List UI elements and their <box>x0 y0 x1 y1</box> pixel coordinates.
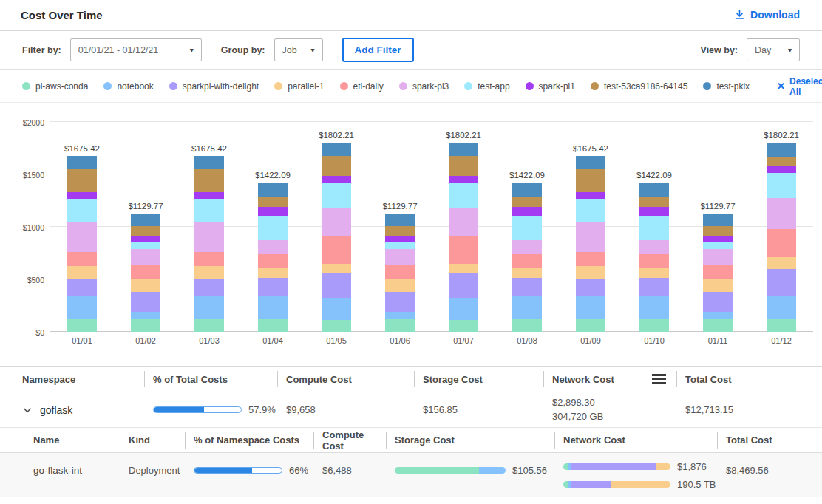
legend-label: spark-pi1 <box>539 81 575 92</box>
view-by-dropdown[interactable]: Day ▾ <box>747 38 800 61</box>
group-by-dropdown[interactable]: Job ▾ <box>274 38 323 61</box>
bar-segment-spark-pi3 <box>258 240 288 255</box>
table-row-go-flask-int[interactable]: go-flask-int Deployment 66% $6,488 $105.… <box>0 453 822 497</box>
legend-label: spark-pi3 <box>412 81 449 92</box>
chevron-down-icon[interactable] <box>22 405 33 415</box>
y-tick-label: $0 <box>4 328 44 337</box>
bar-segment-test-app <box>512 216 542 239</box>
legend-swatch-icon <box>399 82 407 90</box>
bar-segment-spark-pi3 <box>512 240 542 255</box>
bar-segment-parallel-1 <box>576 266 605 279</box>
bar-01/06[interactable]: $1129.77 <box>368 122 432 332</box>
minibar-segment <box>571 463 656 470</box>
x-tick-label: 01/09 <box>559 336 622 345</box>
bar-01/10[interactable]: $1422.09 <box>622 122 686 332</box>
col-namespace: Namespace <box>22 374 144 385</box>
legend-item-pi-aws-conda[interactable]: pi-aws-conda <box>22 81 88 92</box>
bar-total-label: $1422.09 <box>255 171 291 180</box>
legend-label: notebook <box>117 81 153 92</box>
bar-segment-test-53ca9186-64145 <box>194 169 224 192</box>
bar-01/03[interactable]: $1675.42 <box>177 122 241 332</box>
bar-segment-etl-daily <box>194 252 224 267</box>
bar-segment-sparkpi-with-delight <box>131 292 160 312</box>
legend-item-sparkpi-with-delight[interactable]: sparkpi-with-delight <box>169 81 259 92</box>
bar-segment-etl-daily <box>67 252 97 267</box>
bar-segment-spark-pi1 <box>767 166 796 173</box>
bar-segment-notebook <box>512 296 542 319</box>
date-range-dropdown[interactable]: 01/01/21 - 01/12/21 ▾ <box>70 38 202 61</box>
minibar-segment <box>395 467 479 474</box>
col-total: Total Cost <box>717 435 822 446</box>
bar-segment-test-pkix <box>385 214 415 226</box>
bar-segment-pi-aws-conda <box>703 319 733 332</box>
bar-segment-pi-aws-conda <box>767 319 796 332</box>
bar-01/04[interactable]: $1422.09 <box>241 122 305 332</box>
bar-01/05[interactable]: $1802.21 <box>305 122 368 332</box>
bar-segment-notebook <box>67 296 97 319</box>
x-tick-label: 01/08 <box>495 336 559 345</box>
legend-swatch-icon <box>526 82 534 90</box>
bar-total-label: $1422.09 <box>636 171 672 180</box>
bar-01/11[interactable]: $1129.77 <box>686 122 750 332</box>
bar-segment-test-pkix <box>639 183 669 197</box>
legend-label: test-53ca9186-64145 <box>604 81 687 92</box>
legend-swatch-icon <box>22 82 30 90</box>
total-cost-cell: $8,469.56 <box>717 453 822 476</box>
bar-01/02[interactable]: $1129.77 <box>114 122 177 332</box>
bar-01/07[interactable]: $1802.21 <box>432 122 495 332</box>
legend-item-parallel-1[interactable]: parallel-1 <box>274 81 324 92</box>
col-total: Total Cost <box>676 374 822 385</box>
table-row-goflask[interactable]: goflask 57.9% $9,658 $156.85 $2,898.30 3… <box>0 392 822 428</box>
download-label: Download <box>750 9 800 21</box>
bar-segment-sparkpi-with-delight <box>194 279 224 296</box>
col-network: Network Cost <box>543 374 676 385</box>
bar-01/01[interactable]: $1675.42 <box>50 122 114 332</box>
legend-swatch-icon <box>169 82 177 90</box>
bar-segment-test-53ca9186-64145 <box>703 226 733 237</box>
bar-segment-etl-daily <box>385 265 415 279</box>
legend-item-spark-pi3[interactable]: spark-pi3 <box>399 81 449 92</box>
bar-segment-test-53ca9186-64145 <box>385 226 415 237</box>
bar-01/08[interactable]: $1422.09 <box>495 122 559 332</box>
x-tick-label: 01/02 <box>114 336 177 345</box>
legend-item-test-53ca9186-64145[interactable]: test-53ca9186-64145 <box>591 81 687 92</box>
col-kind: Kind <box>120 435 185 446</box>
bar-segment-notebook <box>576 296 605 319</box>
bar-01/12[interactable]: $1802.21 <box>750 122 813 332</box>
y-tick-label: $500 <box>4 276 44 285</box>
add-filter-button[interactable]: Add Filter <box>342 38 414 62</box>
total-cost-cell: $12,713.15 <box>676 404 822 415</box>
deselect-all-button[interactable]: ✕ Deselect All <box>777 76 822 97</box>
workload-name: go-flask-int <box>33 453 120 476</box>
x-tick-label: 01/10 <box>622 336 686 345</box>
pct-total-value: 57.9% <box>248 404 276 415</box>
bar-segment-spark-pi1 <box>703 236 733 242</box>
legend-item-test-pkix[interactable]: test-pkix <box>703 81 750 92</box>
bar-segment-etl-daily <box>512 254 542 268</box>
bar-segment-test-53ca9186-64145 <box>67 169 97 192</box>
bar-01/09[interactable]: $1675.42 <box>559 122 622 332</box>
workload-kind: Deployment <box>120 453 185 476</box>
legend-item-test-app[interactable]: test-app <box>464 81 509 92</box>
legend-item-spark-pi1[interactable]: spark-pi1 <box>526 81 575 92</box>
title-bar: Cost Over Time Download <box>0 0 822 31</box>
bar-segment-pi-aws-conda <box>322 320 351 332</box>
legend-item-notebook[interactable]: notebook <box>103 81 153 92</box>
chevron-down-icon: ▾ <box>788 46 792 54</box>
bar-segment-sparkpi-with-delight <box>703 292 733 312</box>
bar-segment-pi-aws-conda <box>512 319 542 332</box>
menu-icon[interactable] <box>652 374 666 384</box>
legend-swatch-icon <box>703 82 711 90</box>
bar-segment-test-app <box>131 242 160 249</box>
bar-segment-etl-daily <box>449 236 478 264</box>
col-storage: Storage Cost <box>414 374 543 385</box>
bar-segment-parallel-1 <box>322 264 351 273</box>
legend-item-etl-daily[interactable]: etl-daily <box>340 81 384 92</box>
bar-segment-test-pkix <box>512 183 542 197</box>
legend-label: test-app <box>478 81 509 92</box>
legend-swatch-icon <box>103 82 112 90</box>
download-button[interactable]: Download <box>734 9 800 21</box>
bar-total-label: $1802.21 <box>319 131 354 140</box>
bar-segment-notebook <box>639 296 669 319</box>
bar-segment-test-pkix <box>67 156 97 169</box>
